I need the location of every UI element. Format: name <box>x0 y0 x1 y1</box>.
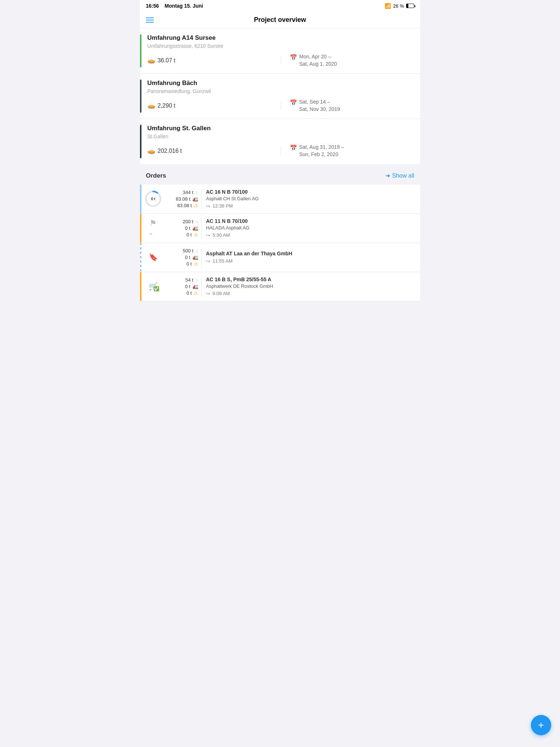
calendar-icon-stgallen: 📅 <box>290 144 297 152</box>
metric-row-4-2: 0 t 🚛 <box>168 284 198 289</box>
order-icon-col-1: 0 t <box>141 185 165 213</box>
bookmark-icon-3: 🔖 <box>149 253 158 262</box>
order-card-1[interactable]: 0 t 344 t ○ 83.08 t 🚛 83.08 t ⚠ AC 16 N … <box>140 185 420 214</box>
status-bar: 16:56 Montag 15. Juni 📶 26 % <box>140 0 420 12</box>
project-address-stgallen: St.Gallen <box>147 133 414 139</box>
time-arrow-icon-4: ↪ <box>206 291 210 297</box>
time-arrow-icon-2: ↪ <box>206 232 210 238</box>
metric-row-1-1: 344 t ○ <box>168 190 198 195</box>
wifi-icon: 📶 <box>385 3 391 9</box>
project-card-a14[interactable]: Umfahrung A14 Sursee Umfahrungsstrasse, … <box>140 28 420 74</box>
truck-icon-4-2: 🚛 <box>192 284 198 289</box>
order-company-1: Asphalt CH St Gallen AG <box>206 196 416 201</box>
pie-icon-a14: 🥧 <box>147 57 155 65</box>
cart-icon-wrap-4: 🛒 ✅ <box>149 282 158 291</box>
project-card-bach[interactable]: Umfahrung Bäch Panoramasiedlung, Gunzwil… <box>140 74 420 119</box>
metric-row-3-1: 500 t ○ <box>168 248 198 253</box>
order-card-2[interactable]: ⚑» 200 t ○ 0 t 🚛 0 t ⚠ AC 11 N B 70/100 … <box>140 214 420 243</box>
metric-value-3-2: 0 t <box>185 255 190 260</box>
projects-list: Umfahrung A14 Sursee Umfahrungsstrasse, … <box>140 28 420 164</box>
warning-icon-3-3: ⚠ <box>194 261 198 267</box>
metric-value-4-3: 0 t <box>187 290 192 296</box>
circle-icon-3-1: ○ <box>195 248 198 253</box>
order-metrics-3: 500 t ○ 0 t 🚛 0 t ⚠ <box>165 243 201 272</box>
arrow-right-icon: ➜ <box>385 172 390 179</box>
project-name-stgallen: Umfahrung St. Gallen <box>147 125 414 132</box>
menu-line-3 <box>146 22 154 23</box>
project-name-bach: Umfahrung Bäch <box>147 80 414 87</box>
metric-row-2-3: 0 t ⚠ <box>168 232 198 237</box>
order-product-3: Asphalt AT Laa an der Thaya GmbH <box>206 251 416 256</box>
progress-label-1: 0 t <box>151 197 155 201</box>
menu-button[interactable] <box>146 18 154 23</box>
project-weight-a14: 🥧 36.07 t <box>147 57 281 65</box>
order-time-3: ↪ 11:55 AM <box>206 258 416 264</box>
flag-icon-2: ⚑» <box>149 218 157 237</box>
metric-row-1-3: 83.08 t ⚠ <box>168 203 198 208</box>
order-info-1: AC 16 N B 70/100 Asphalt CH St Gallen AG… <box>202 185 420 213</box>
header: Project overview <box>140 12 420 28</box>
warning-icon-2-3: ⚠ <box>194 232 198 237</box>
order-metrics-1: 344 t ○ 83.08 t 🚛 83.08 t ⚠ <box>165 185 201 213</box>
metric-row-3-2: 0 t 🚛 <box>168 255 198 260</box>
project-accent-bach <box>140 80 141 113</box>
order-icon-col-3: 🔖 <box>141 243 165 272</box>
menu-line-2 <box>146 20 154 20</box>
metric-value-2-2: 0 t <box>185 225 190 231</box>
order-product-1: AC 16 N B 70/100 <box>206 189 416 195</box>
warning-icon-4-3: ⚠ <box>194 290 198 296</box>
order-card-4[interactable]: 🛒 ✅ 54 t ○ 0 t 🚛 0 t ⚠ AC 16 B S, PmB 25… <box>140 272 420 301</box>
order-time-2: ↪ 5:30 AM <box>206 232 416 238</box>
calendar-icon-bach: 📅 <box>290 99 297 107</box>
project-address-bach: Panoramasiedlung, Gunzwil <box>147 88 414 94</box>
calendar-icon-a14: 📅 <box>290 54 297 62</box>
order-company-2: HALADA Asphalt AG <box>206 225 416 231</box>
page-title: Project overview <box>254 16 306 24</box>
project-content-bach: Umfahrung Bäch Panoramasiedlung, Gunzwil… <box>147 80 420 113</box>
metric-value-2-3: 0 t <box>187 232 192 237</box>
metric-row-3-3: 0 t ⚠ <box>168 261 198 267</box>
metric-value-3-1: 500 t <box>183 248 193 253</box>
order-metrics-2: 200 t ○ 0 t 🚛 0 t ⚠ <box>165 214 201 243</box>
metric-value-1-3: 83.08 t <box>177 203 192 208</box>
show-all-label: Show all <box>392 173 414 179</box>
metric-value-2-1: 200 t <box>183 219 193 224</box>
cart-check-icon-4: ✅ <box>153 286 159 291</box>
time-arrow-icon-1: ↪ <box>206 203 210 209</box>
battery-text: 26 % <box>393 3 404 9</box>
truck-icon-2-2: 🚛 <box>192 225 198 231</box>
show-all-button[interactable]: ➜ Show all <box>385 172 414 179</box>
circle-icon-4-1: ○ <box>195 277 198 283</box>
order-time-4: ↪ 6:09 AM <box>206 291 416 297</box>
status-time: 16:56 <box>146 3 159 9</box>
project-weight-stgallen: 🥧 202.016 t <box>147 147 281 155</box>
project-date-bach: 📅 Sat, Sep 14 –Sat, Nov 30, 2019 <box>281 98 415 113</box>
truck-icon-3-2: 🚛 <box>192 255 198 260</box>
order-card-3[interactable]: 🔖 500 t ○ 0 t 🚛 0 t ⚠ Asphalt AT Laa an … <box>140 243 420 272</box>
progress-circle-1: 0 t <box>144 189 163 208</box>
status-date: Montag 15. Juni <box>164 3 203 9</box>
project-stats-bach: 🥧 2,290 t 📅 Sat, Sep 14 –Sat, Nov 30, 20… <box>147 98 414 113</box>
metric-row-2-2: 0 t 🚛 <box>168 225 198 231</box>
project-stats-a14: 🥧 36.07 t 📅 Mon, Apr 20 –Sat, Aug 1, 202… <box>147 53 414 67</box>
project-accent-a14 <box>140 34 141 67</box>
order-company-4: Asphaltwerk DE Rostock GmbH <box>206 283 416 289</box>
metric-value-4-2: 0 t <box>185 284 190 289</box>
project-card-stgallen[interactable]: Umfahrung St. Gallen St.Gallen 🥧 202.016… <box>140 119 420 164</box>
order-info-3: Asphalt AT Laa an der Thaya GmbH ↪ 11:55… <box>202 243 420 272</box>
project-name-a14: Umfahrung A14 Sursee <box>147 34 414 42</box>
project-weight-bach: 🥧 2,290 t <box>147 102 281 110</box>
order-icon-col-4: 🛒 ✅ <box>141 272 165 301</box>
orders-title: Orders <box>146 172 166 179</box>
project-stats-stgallen: 🥧 202.016 t 📅 Sat, Aug 31, 2019 –Sun, Fe… <box>147 144 414 158</box>
orders-header: Orders ➜ Show all <box>140 167 420 185</box>
project-accent-stgallen <box>140 125 141 158</box>
project-content-a14: Umfahrung A14 Sursee Umfahrungsstrasse, … <box>147 34 420 67</box>
time-arrow-icon-3: ↪ <box>206 258 210 264</box>
battery-icon <box>406 4 414 8</box>
project-date-a14: 📅 Mon, Apr 20 –Sat, Aug 1, 2020 <box>281 53 415 67</box>
project-address-a14: Umfahrungsstrasse, 6210 Sursee <box>147 43 414 49</box>
project-content-stgallen: Umfahrung St. Gallen St.Gallen 🥧 202.016… <box>147 125 420 158</box>
metric-row-2-1: 200 t ○ <box>168 219 198 224</box>
orders-list: 0 t 344 t ○ 83.08 t 🚛 83.08 t ⚠ AC 16 N … <box>140 185 420 301</box>
